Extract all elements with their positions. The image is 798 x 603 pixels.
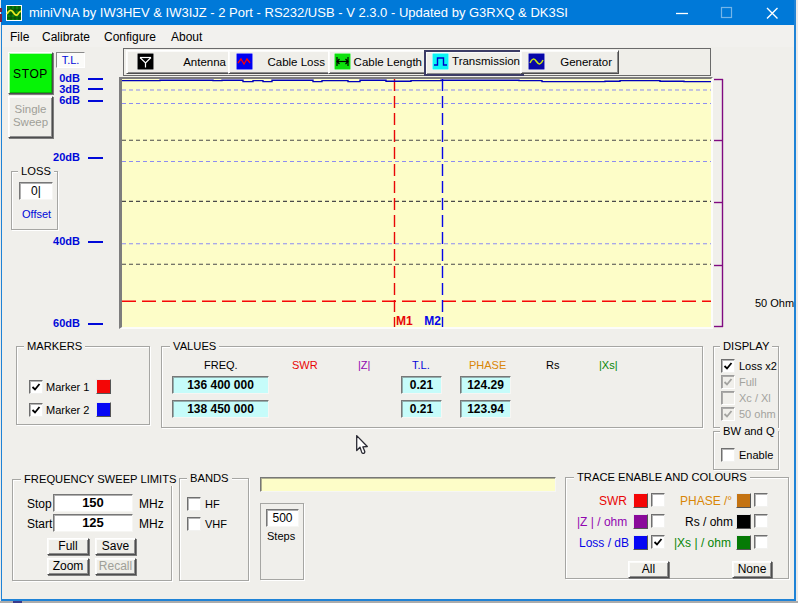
svg-text:M1: M1 xyxy=(396,314,413,327)
svg-text:M2: M2 xyxy=(424,314,441,327)
